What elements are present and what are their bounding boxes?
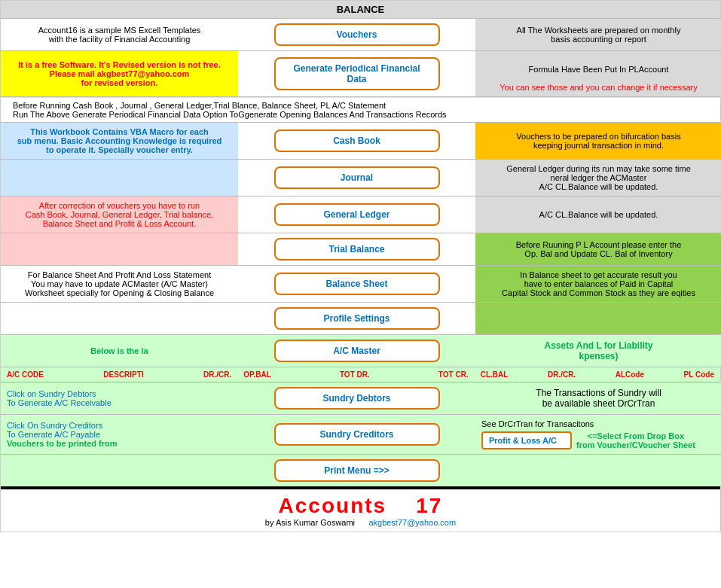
generate-btn-cell: Generate Periodical Financial Data — [238, 51, 475, 96]
balance-sheet-left-text: For Balance Sheet And Profit And Loss St… — [25, 270, 214, 297]
creditors-left-info: Click On Sundry Creditors To Generate A/… — [1, 415, 238, 454]
balance-sheet-button[interactable]: Balance Sheet — [274, 273, 440, 295]
formula-line2: You can see those and you can change it … — [500, 83, 698, 92]
balance-sheet-btn-cell: Balance Sheet — [238, 266, 475, 302]
generate-periodical-button[interactable]: Generate Periodical Financial Data — [274, 57, 440, 90]
vba-info: This Workbook Contains VBA Macro for eac… — [1, 123, 238, 159]
vba-text: This Workbook Contains VBA Macro for eac… — [17, 127, 222, 154]
acmaster-btn-cell: A/C Master — [238, 335, 475, 367]
creditors-right-line1: See DrCrTran for Transacitons — [481, 419, 594, 428]
trial-balance-btn-cell: Trial Balance — [238, 233, 475, 265]
profile-right-empty — [475, 303, 721, 334]
plcode-label: PL Code — [684, 370, 714, 379]
print-right-empty — [475, 455, 721, 486]
general-ledger-btn-cell: General Ledger — [238, 197, 475, 233]
dr-cr2-label: DR./CR. — [548, 370, 576, 379]
row-journal: Journal General Ledger during its run ma… — [1, 160, 720, 197]
sundry-debtors-button[interactable]: Sundry Debtors — [274, 387, 440, 410]
before-running-pl-text: Before Ruuning P L Account please enter … — [516, 240, 682, 258]
print-menu-btn-cell: Print Menu =>> — [238, 455, 475, 486]
free-software-info: It is a free Software. It's Revised vers… — [1, 51, 238, 96]
vouchers-button[interactable]: Vouchers — [274, 23, 440, 46]
cl-balance-text: A/C CL.Balance will be updated. — [539, 210, 658, 219]
sundry-creditors-btn-cell: Sundry Creditors — [238, 415, 475, 454]
after-correction-info: After correction of vouchers you have to… — [1, 197, 238, 233]
sundry-debtors-btn-cell: Sundry Debtors — [238, 382, 475, 414]
debtors-right-info: The Transactions of Sundry will be avail… — [475, 382, 721, 414]
row-sundry-debtors: Click on Sundry Debtors To Generate A/C … — [1, 382, 720, 415]
row-general-ledger: After correction of vouchers you have to… — [1, 197, 720, 233]
footer-title-row: Accounts 17 — [5, 494, 716, 518]
row-generate: It is a free Software. It's Revised vers… — [1, 51, 720, 97]
vouchers-bifurcation-text: Vouchers to be prepared on bifurcation b… — [516, 132, 680, 150]
debtors-left-info: Click on Sundry Debtors To Generate A/C … — [1, 382, 238, 414]
balance-sheet-left-info: For Balance Sheet And Profit And Loss St… — [1, 266, 238, 302]
sundry-creditors-button[interactable]: Sundry Creditors — [274, 423, 440, 446]
trial-balance-button[interactable]: Trial Balance — [274, 238, 440, 260]
bottom-header-center: OP.BAL TOT DR. TOT CR. — [237, 369, 474, 380]
note-line2: Run The Above Generate Periodical Financ… — [13, 110, 708, 119]
general-ledger-note-text: General Ledger during its run may take s… — [506, 164, 691, 191]
balance-sheet-right-info: In Balance sheet to get accurate result … — [475, 266, 721, 302]
assets-liability-text: Assets And L for Liability kpenses) — [544, 340, 652, 361]
dr-cr-label: DR./CR. — [203, 370, 231, 379]
creditors-left-line2: To Generate A/C Payable — [7, 430, 100, 439]
row-sundry-creditors: Click On Sundry Creditors To Generate A/… — [1, 415, 720, 455]
general-ledger-button[interactable]: General Ledger — [274, 203, 440, 226]
row-profile-settings: Profile Settings — [1, 303, 720, 335]
footer-title-text: Accounts — [279, 494, 387, 517]
pl-input-field[interactable] — [481, 431, 572, 449]
bottom-header-codes-row: A/C CODE DESCRIPTI DR./CR. OP.BAL TOT DR… — [1, 367, 720, 382]
cl-bal-label: CL.BAL — [481, 370, 509, 379]
tot-dr-label: TOT DR. — [340, 370, 370, 379]
before-running-pl-info: Before Ruuning P L Account please enter … — [475, 233, 721, 265]
footer-number: 17 — [416, 494, 442, 517]
footer: Accounts 17 by Asis Kumar Goswami akgbes… — [1, 488, 720, 532]
vouchers-btn-cell: Vouchers — [238, 19, 475, 50]
cl-balance-info: A/C CL.Balance will be updated. — [475, 197, 721, 233]
bottom-header-left: A/C CODE DESCRIPTI DR./CR. — [1, 369, 237, 380]
row-vouchers: Account16 is a sample MS Excell Template… — [1, 19, 720, 51]
note-line1: Before Running Cash Book , Journal , Gen… — [13, 101, 708, 110]
balance-sheet-right-text: In Balance sheet to get accurate result … — [502, 270, 695, 297]
tot-cr-label: TOT CR. — [438, 370, 469, 379]
cashbook-button[interactable]: Cash Book — [274, 129, 440, 152]
assets-liability-info: Assets And L for Liability kpenses) — [475, 335, 721, 367]
notes-row: Before Running Cash Book , Journal , Gen… — [1, 97, 720, 122]
journal-left-empty — [1, 160, 238, 196]
row-balance-sheet: For Balance Sheet And Profit And Loss St… — [1, 266, 720, 303]
account16-text: Account16 is a sample MS Excell Template… — [38, 26, 201, 44]
ac-code-label: A/C CODE — [7, 370, 44, 379]
profile-settings-button[interactable]: Profile Settings — [274, 307, 440, 330]
cashbook-btn-cell: Cash Book — [238, 123, 475, 159]
debtors-left-line1: Click on Sundry Debtors — [7, 389, 96, 398]
formula-line1: Formula Have Been Put In PLAccount — [529, 65, 669, 74]
free-software-text: It is a free Software. It's Revised vers… — [7, 60, 232, 87]
journal-button[interactable]: Journal — [274, 166, 440, 189]
print-menu-button[interactable]: Print Menu =>> — [274, 459, 440, 482]
vouchers-bifurcation-info: Vouchers to be prepared on bifurcation b… — [475, 123, 721, 159]
op-bal-label: OP.BAL — [243, 370, 271, 379]
acmaster-button[interactable]: A/C Master — [274, 340, 440, 362]
debtors-right-text: The Transactions of Sundry will be avail… — [536, 388, 661, 409]
general-ledger-note: General Ledger during its run may take s… — [475, 160, 721, 196]
balance-title: BALANCE — [1, 1, 720, 18]
pl-area: <=Select From Drop Box from Voucher/CVou… — [481, 431, 695, 449]
row-acmaster: Below is the la A/C Master Assets And L … — [1, 335, 720, 367]
footer-by-label: by Asis Kumar Goswami — [265, 518, 355, 527]
worksheets-text: All The Worksheets are prepared on month… — [517, 26, 681, 44]
print-left-empty — [1, 455, 238, 486]
main-container: BALANCE Account16 is a sample MS Excell … — [0, 0, 721, 532]
row-cashbook: This Workbook Contains VBA Macro for eac… — [1, 122, 720, 160]
trial-left-empty — [1, 233, 238, 265]
footer-sub-row: by Asis Kumar Goswami akgbest77@yahoo.co… — [5, 518, 716, 527]
profile-left-empty — [1, 303, 238, 334]
journal-btn-cell: Journal — [238, 160, 475, 196]
footer-email: akgbest77@yahoo.com — [368, 518, 456, 527]
account16-info: Account16 is a sample MS Excell Template… — [1, 19, 238, 50]
below-layout-info: Below is the la — [1, 335, 238, 367]
worksheets-info: All The Worksheets are prepared on month… — [475, 19, 721, 50]
creditors-left-line3: Vouchers to be printed from — [7, 439, 117, 448]
balance-header-row: BALANCE — [1, 1, 720, 19]
formula-text: Formula Have Been Put In PLAccount You c… — [500, 56, 698, 92]
